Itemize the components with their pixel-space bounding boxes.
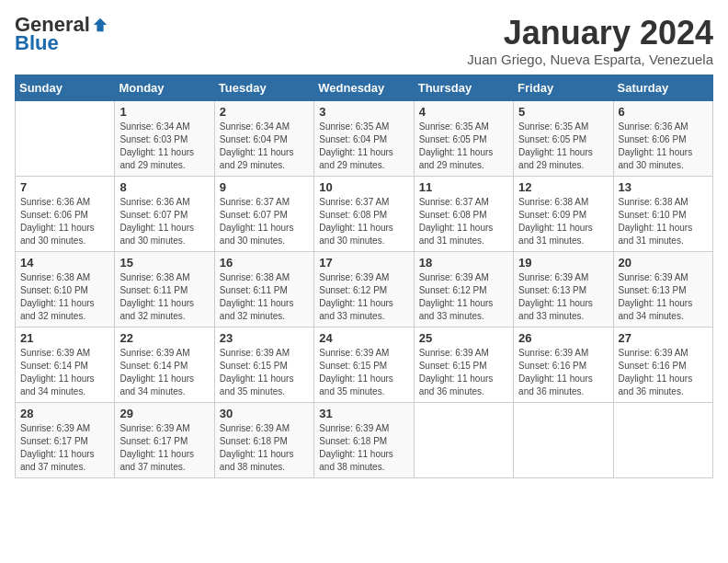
day-number: 16 [220,256,309,270]
day-number: 12 [518,180,608,194]
calendar-header-row: SundayMondayTuesdayWednesdayThursdayFrid… [16,75,713,100]
day-info: Sunrise: 6:36 AM Sunset: 6:06 PM Dayligh… [20,196,109,247]
day-info: Sunrise: 6:38 AM Sunset: 6:11 PM Dayligh… [220,271,309,323]
day-info: Sunrise: 6:39 AM Sunset: 6:15 PM Dayligh… [319,347,408,398]
day-number: 2 [220,105,309,119]
day-info: Sunrise: 6:39 AM Sunset: 6:17 PM Dayligh… [119,422,209,474]
day-info: Sunrise: 6:39 AM Sunset: 6:13 PM Dayligh… [619,271,708,323]
day-info: Sunrise: 6:39 AM Sunset: 6:16 PM Dayligh… [619,347,708,398]
page-header: General Blue January 2024 Juan Griego, N… [15,15,713,67]
calendar-cell: 17Sunrise: 6:39 AM Sunset: 6:12 PM Dayli… [314,251,414,327]
calendar-cell: 12Sunrise: 6:38 AM Sunset: 6:09 PM Dayli… [514,176,613,251]
day-number: 27 [619,331,708,345]
calendar-cell: 31Sunrise: 6:39 AM Sunset: 6:18 PM Dayli… [314,402,414,477]
day-info: Sunrise: 6:39 AM Sunset: 6:12 PM Dayligh… [419,271,508,323]
day-info: Sunrise: 6:39 AM Sunset: 6:12 PM Dayligh… [319,271,408,323]
day-number: 13 [619,180,708,194]
calendar-cell: 29Sunrise: 6:39 AM Sunset: 6:17 PM Dayli… [115,402,214,477]
day-number: 28 [20,407,109,420]
day-info: Sunrise: 6:38 AM Sunset: 6:10 PM Dayligh… [619,196,708,247]
calendar-table: SundayMondayTuesdayWednesdayThursdayFrid… [15,75,713,478]
calendar-cell: 18Sunrise: 6:39 AM Sunset: 6:12 PM Dayli… [414,251,513,327]
day-info: Sunrise: 6:39 AM Sunset: 6:15 PM Dayligh… [220,347,309,398]
day-number: 31 [319,407,408,420]
header-thursday: Thursday [414,75,513,100]
day-info: Sunrise: 6:35 AM Sunset: 6:04 PM Dayligh… [319,121,408,172]
day-info: Sunrise: 6:39 AM Sunset: 6:14 PM Dayligh… [119,347,209,398]
calendar-cell: 14Sunrise: 6:38 AM Sunset: 6:10 PM Dayli… [16,251,115,327]
day-number: 22 [119,331,209,345]
header-sunday: Sunday [16,75,115,100]
calendar-cell: 9Sunrise: 6:37 AM Sunset: 6:07 PM Daylig… [214,176,313,251]
calendar-cell: 21Sunrise: 6:39 AM Sunset: 6:14 PM Dayli… [16,327,115,402]
day-number: 3 [319,105,408,119]
day-info: Sunrise: 6:34 AM Sunset: 6:04 PM Dayligh… [220,121,309,172]
day-number: 24 [319,331,408,345]
day-info: Sunrise: 6:39 AM Sunset: 6:18 PM Dayligh… [220,422,309,474]
header-wednesday: Wednesday [314,75,414,100]
logo-blue-text: Blue [15,31,59,55]
day-number: 11 [419,180,508,194]
calendar-cell: 3Sunrise: 6:35 AM Sunset: 6:04 PM Daylig… [314,100,414,176]
day-info: Sunrise: 6:37 AM Sunset: 6:08 PM Dayligh… [419,196,508,247]
day-number: 14 [20,256,109,270]
day-number: 15 [119,256,209,270]
day-number: 17 [319,256,408,270]
day-info: Sunrise: 6:39 AM Sunset: 6:16 PM Dayligh… [518,347,608,398]
day-number: 5 [518,105,608,119]
calendar-cell: 2Sunrise: 6:34 AM Sunset: 6:04 PM Daylig… [214,100,313,176]
week-row-5: 28Sunrise: 6:39 AM Sunset: 6:17 PM Dayli… [16,402,713,477]
day-number: 8 [119,180,209,194]
calendar-cell: 24Sunrise: 6:39 AM Sunset: 6:15 PM Dayli… [314,327,414,402]
calendar-cell: 19Sunrise: 6:39 AM Sunset: 6:13 PM Dayli… [514,251,613,327]
week-row-2: 7Sunrise: 6:36 AM Sunset: 6:06 PM Daylig… [16,176,713,251]
calendar-cell: 25Sunrise: 6:39 AM Sunset: 6:15 PM Dayli… [414,327,513,402]
day-info: Sunrise: 6:38 AM Sunset: 6:11 PM Dayligh… [119,271,209,323]
day-number: 1 [119,105,209,119]
day-number: 30 [220,407,309,420]
day-number: 20 [619,256,708,270]
calendar-cell: 11Sunrise: 6:37 AM Sunset: 6:08 PM Dayli… [414,176,513,251]
logo-icon [92,17,108,33]
day-number: 26 [518,331,608,345]
day-number: 4 [419,105,508,119]
day-info: Sunrise: 6:38 AM Sunset: 6:09 PM Dayligh… [518,196,608,247]
day-info: Sunrise: 6:36 AM Sunset: 6:07 PM Dayligh… [119,196,209,247]
week-row-4: 21Sunrise: 6:39 AM Sunset: 6:14 PM Dayli… [16,327,713,402]
day-info: Sunrise: 6:39 AM Sunset: 6:15 PM Dayligh… [419,347,508,398]
calendar-cell [514,402,613,477]
day-info: Sunrise: 6:35 AM Sunset: 6:05 PM Dayligh… [518,121,608,172]
calendar-cell: 6Sunrise: 6:36 AM Sunset: 6:06 PM Daylig… [613,100,712,176]
day-info: Sunrise: 6:37 AM Sunset: 6:07 PM Dayligh… [220,196,309,247]
day-number: 21 [20,331,109,345]
day-number: 6 [619,105,708,119]
calendar-cell: 26Sunrise: 6:39 AM Sunset: 6:16 PM Dayli… [514,327,613,402]
calendar-cell: 22Sunrise: 6:39 AM Sunset: 6:14 PM Dayli… [115,327,214,402]
day-info: Sunrise: 6:39 AM Sunset: 6:18 PM Dayligh… [319,422,408,474]
header-friday: Friday [514,75,613,100]
calendar-cell [613,402,712,477]
calendar-cell: 16Sunrise: 6:38 AM Sunset: 6:11 PM Dayli… [214,251,313,327]
day-info: Sunrise: 6:39 AM Sunset: 6:17 PM Dayligh… [20,422,109,474]
calendar-cell: 30Sunrise: 6:39 AM Sunset: 6:18 PM Dayli… [214,402,313,477]
calendar-cell [16,100,115,176]
calendar-cell: 23Sunrise: 6:39 AM Sunset: 6:15 PM Dayli… [214,327,313,402]
day-info: Sunrise: 6:35 AM Sunset: 6:05 PM Dayligh… [419,121,508,172]
day-info: Sunrise: 6:34 AM Sunset: 6:03 PM Dayligh… [119,121,209,172]
day-number: 19 [518,256,608,270]
calendar-cell: 5Sunrise: 6:35 AM Sunset: 6:05 PM Daylig… [514,100,613,176]
calendar-cell: 28Sunrise: 6:39 AM Sunset: 6:17 PM Dayli… [16,402,115,477]
calendar-cell: 15Sunrise: 6:38 AM Sunset: 6:11 PM Dayli… [115,251,214,327]
header-saturday: Saturday [613,75,712,100]
week-row-1: 1Sunrise: 6:34 AM Sunset: 6:03 PM Daylig… [16,100,713,176]
calendar-cell: 20Sunrise: 6:39 AM Sunset: 6:13 PM Dayli… [613,251,712,327]
calendar-cell [414,402,513,477]
calendar-cell: 27Sunrise: 6:39 AM Sunset: 6:16 PM Dayli… [613,327,712,402]
logo: General Blue [15,15,108,55]
header-tuesday: Tuesday [214,75,313,100]
calendar-cell: 7Sunrise: 6:36 AM Sunset: 6:06 PM Daylig… [16,176,115,251]
week-row-3: 14Sunrise: 6:38 AM Sunset: 6:10 PM Dayli… [16,251,713,327]
header-monday: Monday [115,75,214,100]
day-number: 18 [419,256,508,270]
location-title: Juan Griego, Nueva Esparta, Venezuela [467,52,713,67]
